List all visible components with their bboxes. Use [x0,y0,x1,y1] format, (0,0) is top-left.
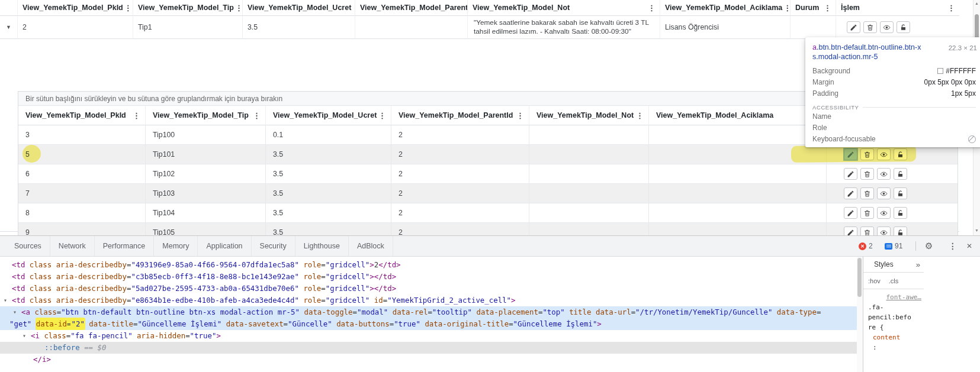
tab-styles[interactable]: Styles [874,260,894,269]
column-menu-icon[interactable]: ⋮ [123,4,133,12]
unlock-button[interactable] [897,21,910,33]
column-menu-icon[interactable]: ⋮ [635,112,645,119]
grid-cell[interactable]: 3.5 [266,145,391,164]
grid-cell[interactable]: 5 [18,145,146,164]
scroll-down-icon[interactable]: ▼ [973,228,980,232]
column-menu-icon[interactable]: ⋮ [234,4,243,12]
eye-button[interactable] [877,148,891,160]
trash-button[interactable] [860,168,874,180]
grid-cell-durum[interactable] [791,16,836,39]
grid-cell[interactable]: 3 [18,125,146,145]
detail-column-header-ucret[interactable]: View_YemekTip_Model_Ucret⋮ [266,106,391,125]
grid-cell[interactable]: Tip100 [146,125,266,145]
eye-button[interactable] [877,187,891,199]
pencil-button[interactable] [847,21,860,33]
column-menu-icon[interactable]: ⋮ [515,112,525,119]
grid-cell[interactable]: 2 [391,145,529,164]
detail-column-header-parentid[interactable]: View_YemekTip_Model_ParentId⋮ [391,106,529,125]
devtools-tab-adblock[interactable]: AdBlock [349,236,393,256]
grid-cell[interactable] [529,184,649,203]
unlock-button[interactable] [894,148,907,160]
pencil-button[interactable] [844,168,857,180]
detail-column-header-tip[interactable]: View_YemekTip_Model_Tip⋮ [146,106,266,125]
grid-cell[interactable]: Tip104 [146,203,266,223]
column-menu-icon[interactable]: ⋮ [946,4,956,12]
trash-button[interactable] [860,148,874,160]
devtools-menu-kebab-icon[interactable]: ⋮ [949,236,957,256]
eye-button[interactable] [877,168,891,180]
grid-cell[interactable] [649,184,827,203]
grid-cell[interactable] [827,203,957,223]
grid-cell[interactable]: 3.5 [266,184,391,203]
expand-arrow-icon[interactable]: ▾ [23,330,26,342]
column-menu-icon[interactable]: ⋮ [647,4,657,12]
devtools-tab-network[interactable]: Network [50,236,95,256]
grid-cell-ucret[interactable]: 3.5 [243,16,355,39]
trash-button[interactable] [860,207,874,219]
column-header-islem[interactable]: İşlem⋮ [836,0,959,16]
scrollbar-thumb[interactable] [857,258,862,297]
column-header-pkid[interactable]: View_YemekTip_Model_PkId⋮ [18,0,133,16]
grid-cell[interactable]: 2 [391,184,529,203]
grid-cell-parentid[interactable] [355,16,468,39]
grid-cell-pkid[interactable]: 2 [18,16,133,39]
message-counter[interactable]: 91 [885,236,902,256]
settings-gear-icon[interactable]: ⚙ [925,236,933,256]
grid-cell[interactable] [649,164,827,184]
devtools-tab-application[interactable]: Application [198,236,251,256]
column-header-ucret[interactable]: View_YemekTip_Model_Ucret⋮ [243,0,355,16]
pencil-button[interactable] [844,187,857,199]
eye-button[interactable] [880,21,894,33]
error-counter[interactable]: ✕2 [859,236,873,256]
grid-cell[interactable] [529,203,649,223]
pencil-button[interactable] [844,207,857,219]
code-scrollbar[interactable] [857,257,863,372]
grid-cell[interactable]: 3.5 [266,203,391,223]
unlock-button[interactable] [894,168,907,180]
toggle-hov-button[interactable]: :hov [868,277,881,284]
detail-column-header-aciklama[interactable]: View_YemekTip_Model_Aciklama⋮ [649,106,827,125]
devtools-tab-lighthouse[interactable]: Lighthouse [295,236,349,256]
devtools-tab-memory[interactable]: Memory [154,236,198,256]
toggle-cls-button[interactable]: .cls [889,277,899,284]
grid-cell[interactable] [529,164,649,184]
css-property-name[interactable]: content [868,332,921,342]
column-header-durum[interactable]: Durum⋮ [791,0,836,16]
trash-button[interactable] [860,187,874,199]
column-menu-icon[interactable]: ⋮ [377,112,387,119]
scroll-up-icon[interactable]: ▲ [973,1,980,5]
column-menu-icon[interactable]: ⋮ [131,112,142,119]
devtools-tab-performance[interactable]: Performance [95,236,155,256]
grid-cell[interactable]: 7 [18,184,146,203]
eye-button[interactable] [877,207,891,219]
column-header-not[interactable]: View_YemekTip_Model_Not⋮ [468,0,660,16]
unlock-button[interactable] [894,187,907,199]
grid-cell[interactable]: Tip102 [146,164,266,184]
devtools-tab-security[interactable]: Security [252,236,295,256]
column-menu-icon[interactable]: ⋮ [782,4,791,12]
expand-arrow-icon[interactable]: ▾ [4,295,7,306]
grid-cell[interactable] [649,203,827,223]
unlock-button[interactable] [894,207,907,219]
grid-cell[interactable]: 2 [391,203,529,223]
pencil-button[interactable] [844,148,857,160]
expand-arrow-icon[interactable]: ▾ [13,306,17,318]
grid-cell-aciklama[interactable]: Lisans Öğrencisi [660,16,791,39]
column-header-tip[interactable]: View_YemekTip_Model_Tip⋮ [133,0,243,16]
detail-column-header-not[interactable]: View_YemekTip_Model_Not⋮ [529,106,649,125]
trash-button[interactable] [863,21,877,33]
detail-column-header-pkid[interactable]: View_YemekTip_Model_PkId⋮ [18,106,146,125]
devtools-tab-sources[interactable]: Sources [6,236,50,256]
grid-cell-tip[interactable]: Tip1 [133,16,243,39]
grid-cell[interactable]: Tip101 [146,145,266,164]
column-menu-icon[interactable]: ⋮ [822,4,833,12]
column-menu-icon[interactable]: ⋮ [351,4,355,12]
devtools-close-icon[interactable]: ✕ [966,236,972,256]
stylesheet-source-link[interactable]: font-awe… [868,292,921,302]
grid-cell[interactable]: 3.5 [266,164,391,184]
grid-cell[interactable]: Tip103 [146,184,266,203]
column-menu-icon[interactable]: ⋮ [252,112,262,119]
grid-cell[interactable]: 8 [18,203,146,223]
grid-cell[interactable]: 6 [18,164,146,184]
grid-cell[interactable] [649,145,827,164]
